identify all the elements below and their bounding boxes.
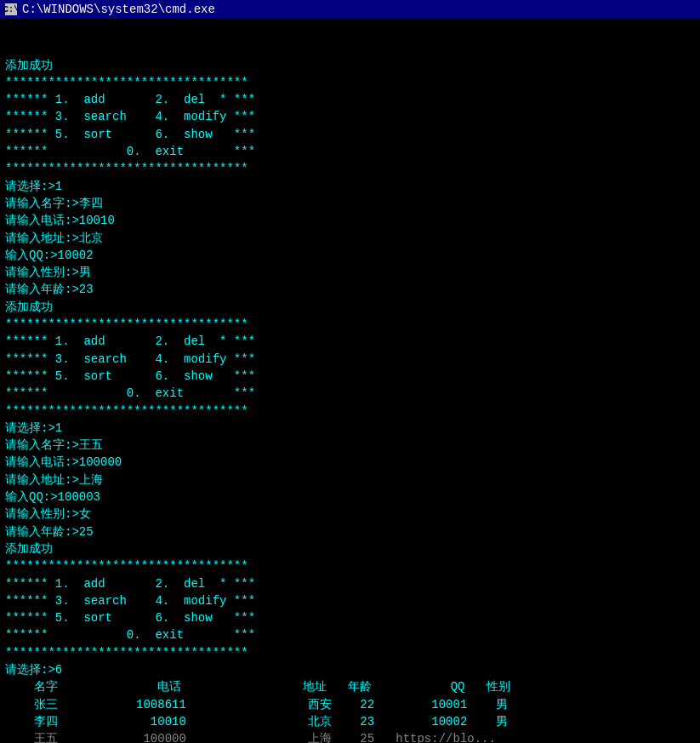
terminal-line: ********************************** [5,644,695,661]
terminal-line: 请选择:>1 [5,420,695,437]
terminal-line: ****** 5. sort 6. show *** [5,126,695,143]
terminal-line: 请输入地址:>北京 [5,230,695,247]
terminal-line: 请输入性别:>男 [5,264,695,281]
terminal-line: 名字 电话 地址 年龄 QQ 性别 [5,678,695,695]
terminal-line: 请选择:>1 [5,178,695,195]
terminal-line: ****** 5. sort 6. show *** [5,368,695,385]
terminal-content: 添加成功************************************… [5,57,695,743]
terminal-line: ****** 5. sort 6. show *** [5,609,695,626]
terminal-line: ****** 1. add 2. del * *** [5,575,695,592]
terminal-line: 请输入地址:>上海 [5,472,695,489]
terminal-line: 添加成功 [5,57,695,74]
terminal-line: ****** 1. add 2. del * *** [5,333,695,350]
terminal-line: 输入QQ:>10002 [5,247,695,264]
terminal-line: 请输入电话:>10010 [5,212,695,229]
terminal-line: 王五 100000 上海 25 https://blo... [5,730,695,743]
terminal-line: ********************************** [5,316,695,333]
terminal-line: 请选择:>6 [5,661,695,678]
terminal-line: 请输入性别:>女 [5,506,695,523]
terminal-body: 添加成功************************************… [0,19,700,743]
terminal-line: 李四 10010 北京 23 10002 男 [5,713,695,730]
terminal-line: ****** 3. search 4. modify *** [5,592,695,609]
terminal-line: ****** 0. exit *** [5,626,695,643]
terminal-line: 请输入名字:>李四 [5,195,695,212]
terminal-line: ********************************** [5,403,695,420]
terminal-line: 请输入年龄:>23 [5,281,695,298]
title-bar-icon: C:\ [5,3,17,15]
terminal-line: ****** 0. exit *** [5,143,695,160]
terminal-line: 请输入年龄:>25 [5,523,695,540]
terminal-line: ********************************** [5,160,695,177]
terminal-line: 输入QQ:>100003 [5,489,695,506]
terminal-line: ****** 3. search 4. modify *** [5,351,695,368]
title-bar: C:\ C:\WINDOWS\system32\cmd.exe [0,0,700,19]
terminal-line: ****** 3. search 4. modify *** [5,108,695,125]
terminal-line: 添加成功 [5,540,695,557]
terminal-line: ********************************** [5,557,695,574]
terminal-line: ********************************** [5,74,695,91]
title-bar-text: C:\WINDOWS\system32\cmd.exe [22,3,215,16]
terminal-line: 张三 1008611 西安 22 10001 男 [5,696,695,713]
terminal-line: ****** 0. exit *** [5,385,695,402]
terminal-line: 请输入电话:>100000 [5,454,695,471]
terminal-line: 添加成功 [5,299,695,316]
terminal-line: 请输入名字:>王五 [5,437,695,454]
terminal-line: ****** 1. add 2. del * *** [5,91,695,108]
